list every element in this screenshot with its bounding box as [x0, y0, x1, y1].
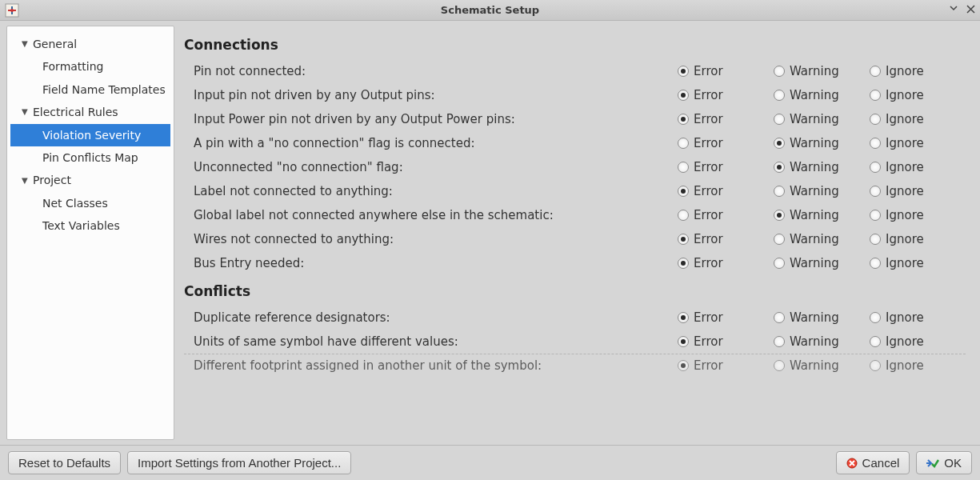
radio-error[interactable]: Error: [678, 310, 774, 325]
radio-label: Error: [694, 358, 723, 373]
radio-label: Warning: [790, 256, 839, 270]
radio-circle-icon: [774, 66, 785, 77]
radio-warning[interactable]: Warning: [774, 310, 870, 325]
radio-circle-icon: [678, 114, 689, 125]
radio-warning[interactable]: Warning: [774, 112, 870, 126]
severity-radio-group: ErrorWarningIgnore: [678, 232, 966, 246]
tree-item-net-classes[interactable]: Net Classes: [10, 192, 170, 214]
radio-ignore[interactable]: Ignore: [870, 184, 966, 198]
radio-ignore[interactable]: Ignore: [870, 160, 966, 174]
radio-error[interactable]: Error: [678, 184, 774, 198]
radio-label: Warning: [790, 334, 839, 349]
radio-warning[interactable]: Warning: [774, 88, 870, 102]
tree-item-violation-severity[interactable]: Violation Severity: [10, 124, 170, 146]
severity-radio-group: ErrorWarningIgnore: [678, 184, 966, 198]
radio-error[interactable]: Error: [678, 334, 774, 349]
tree-item-label: Electrical Rules: [33, 103, 118, 121]
radio-label: Ignore: [886, 208, 924, 222]
radio-circle-icon: [774, 90, 785, 101]
radio-ignore[interactable]: Ignore: [870, 256, 966, 270]
radio-ignore[interactable]: Ignore: [870, 358, 966, 373]
tree-item-electrical-rules[interactable]: ▼Electrical Rules: [10, 101, 170, 123]
radio-warning[interactable]: Warning: [774, 208, 870, 222]
tree-item-label: Text Variables: [42, 217, 120, 234]
radio-error[interactable]: Error: [678, 256, 774, 270]
radio-label: Warning: [790, 310, 839, 325]
radio-warning[interactable]: Warning: [774, 232, 870, 246]
radio-ignore[interactable]: Ignore: [870, 64, 966, 78]
radio-warning[interactable]: Warning: [774, 160, 870, 174]
radio-label: Error: [694, 256, 723, 270]
section-title: Connections: [184, 29, 966, 59]
rule-label: Different footprint assigned in another …: [194, 358, 678, 373]
radio-error[interactable]: Error: [678, 208, 774, 222]
cancel-button[interactable]: Cancel: [836, 451, 910, 474]
radio-label: Error: [694, 160, 723, 174]
radio-error[interactable]: Error: [678, 358, 774, 373]
radio-label: Warning: [790, 136, 839, 150]
severity-radio-group: ErrorWarningIgnore: [678, 64, 966, 78]
rule-label: Label not connected to anything:: [194, 184, 678, 198]
radio-error[interactable]: Error: [678, 232, 774, 246]
radio-warning[interactable]: Warning: [774, 256, 870, 270]
minimize-icon[interactable]: [949, 4, 958, 16]
bottom-bar: Reset to Defaults Import Settings from A…: [0, 445, 980, 480]
radio-error[interactable]: Error: [678, 160, 774, 174]
radio-ignore[interactable]: Ignore: [870, 334, 966, 349]
radio-warning[interactable]: Warning: [774, 334, 870, 349]
tree-item-formatting[interactable]: Formatting: [10, 55, 170, 78]
radio-label: Error: [694, 136, 723, 150]
rule-label: Pin not connected:: [194, 64, 678, 78]
radio-label: Warning: [790, 184, 839, 198]
rules-scroll[interactable]: ConnectionsPin not connected:ErrorWarnin…: [181, 26, 974, 440]
settings-tree[interactable]: ▼GeneralFormattingField Name Templates▼E…: [6, 26, 174, 440]
radio-warning[interactable]: Warning: [774, 64, 870, 78]
radio-ignore[interactable]: Ignore: [870, 208, 966, 222]
radio-warning[interactable]: Warning: [774, 184, 870, 198]
tree-item-text-variables[interactable]: Text Variables: [10, 214, 170, 237]
rule-row: Duplicate reference designators:ErrorWar…: [184, 306, 966, 330]
radio-circle-icon: [678, 360, 689, 371]
radio-ignore[interactable]: Ignore: [870, 136, 966, 150]
radio-error[interactable]: Error: [678, 136, 774, 150]
radio-ignore[interactable]: Ignore: [870, 88, 966, 102]
radio-label: Warning: [790, 64, 839, 78]
radio-label: Ignore: [886, 184, 924, 198]
radio-label: Warning: [790, 160, 839, 174]
radio-circle-icon: [870, 312, 881, 323]
radio-circle-icon: [774, 162, 785, 173]
rule-row: Units of same symbol have different valu…: [184, 330, 966, 354]
rule-label: Input Power pin not driven by any Output…: [194, 112, 678, 126]
radio-label: Ignore: [886, 232, 924, 246]
tree-item-pin-conflicts-map[interactable]: Pin Conflicts Map: [10, 146, 170, 169]
close-icon[interactable]: [966, 4, 975, 16]
radio-error[interactable]: Error: [678, 112, 774, 126]
severity-radio-group: ErrorWarningIgnore: [678, 136, 966, 150]
rule-label: Unconnected "no connection" flag:: [194, 160, 678, 174]
import-settings-button[interactable]: Import Settings from Another Project...: [127, 451, 351, 474]
radio-circle-icon: [870, 162, 881, 173]
tree-item-project[interactable]: ▼Project: [10, 169, 170, 191]
rule-label: Bus Entry needed:: [194, 256, 678, 270]
radio-error[interactable]: Error: [678, 64, 774, 78]
radio-label: Ignore: [886, 64, 924, 78]
tree-item-label: Formatting: [42, 58, 103, 75]
rule-row: Unconnected "no connection" flag:ErrorWa…: [184, 155, 966, 179]
radio-ignore[interactable]: Ignore: [870, 232, 966, 246]
rule-label: Global label not connected anywhere else…: [194, 208, 678, 222]
reset-defaults-button[interactable]: Reset to Defaults: [8, 451, 121, 474]
tree-item-general[interactable]: ▼General: [10, 33, 170, 55]
cancel-label: Cancel: [862, 456, 900, 470]
severity-radio-group: ErrorWarningIgnore: [678, 112, 966, 126]
radio-label: Error: [694, 232, 723, 246]
radio-label: Ignore: [886, 88, 924, 102]
radio-error[interactable]: Error: [678, 88, 774, 102]
radio-warning[interactable]: Warning: [774, 136, 870, 150]
ok-button[interactable]: OK: [916, 451, 972, 474]
tree-item-field-name-templates[interactable]: Field Name Templates: [10, 78, 170, 101]
radio-ignore[interactable]: Ignore: [870, 112, 966, 126]
radio-ignore[interactable]: Ignore: [870, 310, 966, 325]
radio-circle-icon: [678, 138, 689, 149]
radio-warning[interactable]: Warning: [774, 358, 870, 373]
rule-label: A pin with a "no connection" flag is con…: [194, 136, 678, 150]
